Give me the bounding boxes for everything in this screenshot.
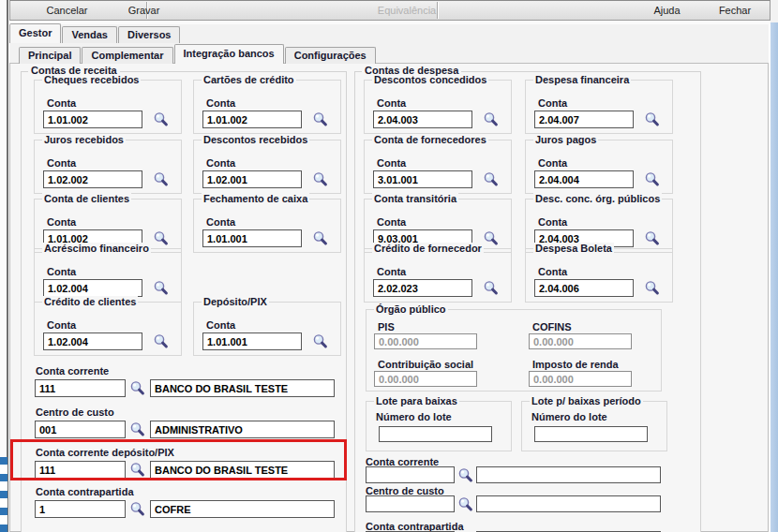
search-icon[interactable] [312, 111, 328, 127]
account-group-box: Fechamento de caixa Conta [193, 199, 341, 253]
search-icon[interactable] [483, 230, 499, 246]
conta-label: Conta [377, 97, 406, 109]
search-icon[interactable] [129, 501, 145, 517]
account-group-box: Despesa financeira Conta [525, 80, 673, 134]
group-box-title: Juros recebidos [42, 134, 126, 145]
field-label: Conta corrente depósito/PIX [36, 447, 174, 458]
lote-group-box: Lote p/ baixas período Número do lote [521, 401, 667, 451]
background-logo-stripes [0, 457, 7, 532]
code-input[interactable] [35, 500, 126, 518]
description-input[interactable] [150, 421, 335, 438]
conta-label: Conta [538, 97, 567, 109]
search-icon[interactable] [457, 467, 473, 483]
toolbar-button[interactable]: Gravar [109, 3, 179, 19]
conta-label: Conta [377, 266, 406, 277]
conta-input[interactable] [43, 279, 142, 297]
conta-input[interactable] [373, 111, 472, 128]
right-scroll-strip[interactable] [769, 22, 778, 532]
conta-input[interactable] [43, 111, 142, 128]
search-icon[interactable] [457, 496, 473, 512]
imposto-de-renda-label: Imposto de renda [532, 359, 619, 370]
conta-input[interactable] [202, 229, 302, 247]
conta-input[interactable] [534, 170, 634, 188]
group-box-title: Depósito/PIX [202, 296, 269, 307]
account-group-box: Crédito de fornecedor Conta [364, 248, 512, 303]
search-icon[interactable] [312, 333, 328, 349]
conta-input[interactable] [373, 170, 472, 188]
pis-label: PIS [378, 321, 395, 332]
conta-input[interactable] [43, 332, 142, 350]
numero-do-lote-input[interactable] [379, 426, 492, 442]
search-icon[interactable] [153, 111, 169, 127]
search-icon[interactable] [153, 333, 169, 349]
search-icon[interactable] [153, 171, 169, 187]
tab[interactable]: Principal [19, 47, 81, 64]
search-icon[interactable] [153, 280, 169, 296]
account-group-box: Cartões de crédito Conta [193, 80, 341, 134]
conta-input[interactable] [373, 279, 472, 297]
search-icon[interactable] [153, 230, 169, 246]
search-icon[interactable] [129, 462, 145, 478]
conta-input[interactable] [202, 332, 302, 350]
search-icon[interactable] [483, 171, 499, 187]
search-icon[interactable] [483, 280, 499, 296]
code-input[interactable] [366, 466, 455, 483]
conta-label: Conta [538, 157, 567, 169]
conta-input[interactable] [534, 279, 634, 297]
contribuicao-social-input [374, 371, 477, 387]
account-group-box: Crédito de clientes Conta [34, 302, 182, 356]
description-input[interactable] [150, 461, 335, 479]
conta-label: Conta [206, 157, 235, 169]
description-input[interactable] [150, 500, 335, 518]
tab[interactable]: Complementar [82, 47, 172, 64]
search-icon[interactable] [644, 280, 660, 296]
search-icon[interactable] [644, 230, 660, 246]
group-box-title: Lote p/ baixas período [530, 395, 643, 406]
conta-label: Conta [538, 216, 567, 228]
search-icon[interactable] [129, 380, 145, 396]
code-input[interactable] [35, 379, 126, 397]
search-icon[interactable] [644, 171, 660, 187]
code-input[interactable] [366, 495, 455, 512]
cofins-input [529, 333, 632, 349]
field-row: Conta corrente [30, 365, 339, 399]
account-group-box: Cheques recebidos Conta [34, 80, 182, 134]
numero-do-lote-label: Número do lote [376, 411, 452, 422]
search-icon[interactable] [483, 111, 499, 127]
toolbar-button[interactable]: Equivalência [355, 3, 458, 19]
conta-input[interactable] [202, 170, 302, 188]
tab[interactable]: Vendas [62, 26, 117, 43]
toolbar: CancelarGravarEquivalênciaAjudaFechar [9, 0, 771, 21]
field-row: Conta corrente depósito/PIX [30, 447, 339, 480]
toolbar-button[interactable]: Fechar [706, 3, 764, 19]
numero-do-lote-input[interactable] [534, 426, 648, 442]
tab[interactable]: Integração bancos [174, 44, 284, 64]
conta-label: Conta [47, 319, 76, 331]
search-icon[interactable] [644, 111, 660, 127]
conta-label: Conta [377, 157, 406, 169]
tab[interactable]: Configurações [285, 47, 376, 64]
group-box-title: Desc. conc. órg. públicos [533, 193, 662, 204]
description-input[interactable] [476, 495, 661, 512]
field-label: Conta corrente [36, 365, 109, 377]
code-input[interactable] [35, 421, 126, 438]
code-input[interactable] [35, 461, 126, 479]
toolbar-button[interactable]: Ajuda [636, 3, 697, 19]
background-window-border [7, 0, 8, 532]
conta-input[interactable] [43, 170, 142, 188]
toolbar-button[interactable]: Cancelar [27, 3, 107, 19]
search-icon[interactable] [312, 230, 328, 246]
search-icon[interactable] [129, 421, 145, 437]
field-label: Centro de custo [36, 406, 114, 418]
account-group-box: Acréscimo financeiro Conta [34, 248, 182, 303]
description-input[interactable] [150, 379, 335, 397]
tab-bar-secondary: PrincipalComplementarIntegração bancosCo… [19, 44, 377, 64]
description-input[interactable] [476, 466, 661, 483]
group-box-title: Conta de clientes [42, 193, 131, 204]
search-icon[interactable] [312, 171, 328, 187]
tab[interactable]: Gestor [9, 23, 61, 43]
tab[interactable]: Diversos [118, 26, 180, 43]
conta-input[interactable] [534, 111, 634, 128]
group-box-title: Órgão público [374, 303, 448, 315]
conta-input[interactable] [202, 111, 302, 128]
